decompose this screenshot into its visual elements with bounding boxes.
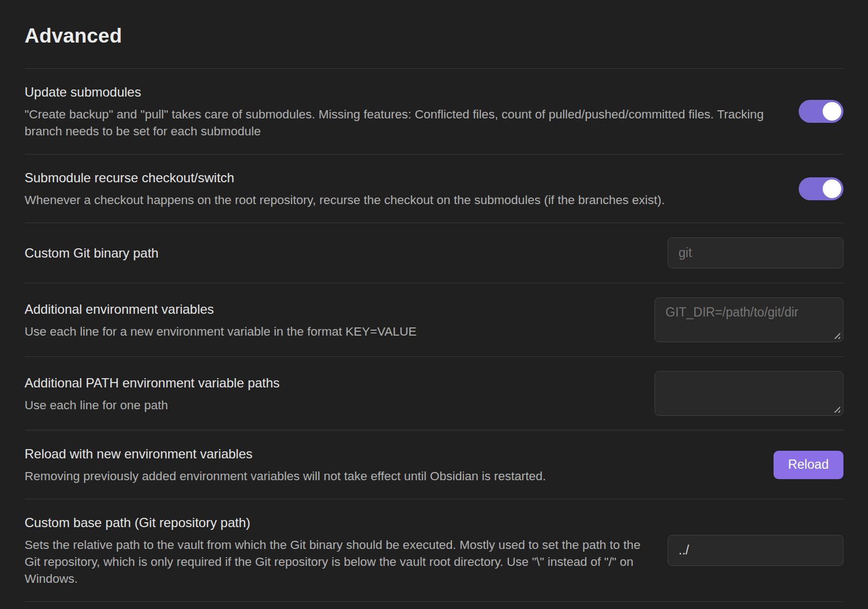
textarea-wrapper — [655, 297, 843, 342]
setting-info: Submodule recurse checkout/switch Whenev… — [25, 169, 782, 208]
setting-name: Update submodules — [25, 83, 782, 101]
custom-base-path-input[interactable] — [668, 535, 843, 566]
setting-git-binary-path: Custom Git binary path — [25, 223, 843, 283]
setting-description: Use each line for one path — [25, 397, 638, 414]
settings-page: Advanced Update submodules "Create backu… — [0, 0, 868, 609]
setting-description: Removing previously added environment va… — [25, 468, 757, 485]
setting-info: Custom Git binary path — [25, 244, 651, 262]
submodule-recurse-toggle[interactable] — [799, 177, 843, 200]
setting-control — [799, 177, 843, 200]
path-variables-textarea[interactable] — [655, 371, 843, 416]
setting-info: Reload with new environment variables Re… — [25, 445, 757, 485]
setting-update-submodules: Update submodules "Create backup" and "p… — [25, 68, 843, 154]
setting-name: Additional PATH environment variable pat… — [25, 374, 638, 392]
toggle-knob — [823, 180, 841, 198]
setting-name: Custom base path (Git repository path) — [25, 514, 651, 532]
toggle-knob — [823, 102, 841, 121]
setting-description: Whenever a checkout happens on the root … — [25, 192, 782, 208]
setting-control — [655, 297, 843, 342]
setting-env-variables: Additional environment variables Use eac… — [25, 283, 843, 356]
setting-custom-base-path: Custom base path (Git repository path) S… — [25, 499, 843, 601]
setting-control — [655, 371, 843, 416]
setting-name: Reload with new environment variables — [25, 445, 757, 463]
env-variables-textarea[interactable] — [655, 297, 843, 342]
setting-name: Additional environment variables — [25, 300, 638, 318]
textarea-wrapper — [655, 371, 843, 416]
setting-info: Update submodules "Create backup" and "p… — [25, 83, 782, 140]
update-submodules-toggle[interactable] — [799, 100, 843, 123]
bottom-divider — [25, 601, 843, 609]
setting-control — [799, 100, 843, 123]
setting-name: Custom Git binary path — [25, 244, 651, 262]
reload-button[interactable]: Reload — [774, 451, 843, 479]
setting-info: Additional environment variables Use eac… — [25, 300, 638, 340]
setting-description: "Create backup" and "pull" takes care of… — [25, 106, 782, 140]
setting-description: Use each line for a new environment vari… — [25, 323, 638, 340]
setting-info: Custom base path (Git repository path) S… — [25, 514, 651, 587]
setting-control — [668, 535, 843, 566]
setting-control: Reload — [774, 451, 843, 479]
setting-path-variables: Additional PATH environment variable pat… — [25, 356, 843, 430]
git-binary-path-input[interactable] — [668, 237, 843, 268]
setting-reload-env: Reload with new environment variables Re… — [25, 430, 843, 499]
setting-control — [668, 237, 843, 268]
page-title: Advanced — [25, 24, 843, 48]
setting-name: Submodule recurse checkout/switch — [25, 169, 782, 187]
setting-submodule-recurse: Submodule recurse checkout/switch Whenev… — [25, 154, 843, 223]
setting-description: Sets the relative path to the vault from… — [25, 536, 651, 587]
setting-info: Additional PATH environment variable pat… — [25, 374, 638, 414]
